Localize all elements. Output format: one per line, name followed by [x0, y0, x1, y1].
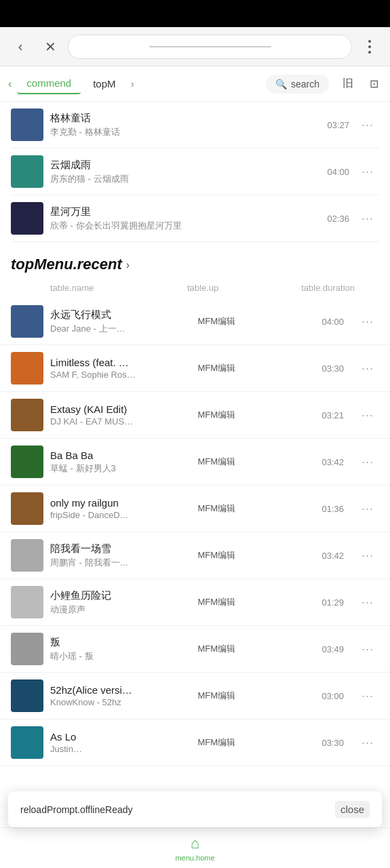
song-duration: 03:27: [327, 120, 349, 130]
song-thumbnail: [11, 352, 43, 384]
tab-bar: ‹ commend topM › 🔍 search 旧 ⊡: [0, 66, 390, 102]
more-options-button[interactable]: ···: [356, 686, 379, 706]
bottom-nav: ⌂ menu.home: [0, 827, 390, 868]
recent-songs-list: 永远飞行模式 Dear Jane - 上一… MFM编辑 04:00 ··· L…: [0, 298, 390, 766]
song-title: 陪我看一场雪: [50, 542, 191, 555]
song-uploader: MFM编辑: [198, 596, 315, 608]
more-options-button[interactable]: ···: [356, 162, 379, 182]
close-button[interactable]: ✕: [38, 35, 62, 59]
song-uploader: MFM编辑: [198, 549, 315, 561]
song-item[interactable]: 格林童话 李克勤 - 格林童话 03:27 ···: [11, 102, 379, 149]
song-thumbnail: [11, 202, 43, 235]
search-button[interactable]: 🔍 search: [266, 75, 329, 94]
more-options-button[interactable]: ···: [356, 499, 379, 519]
song-uploader: MFM编辑: [198, 409, 315, 421]
recent-song-item[interactable]: 小鲤鱼历险记 动漫原声 MFM编辑 01:29 ···: [0, 579, 390, 626]
more-options-button[interactable]: ···: [356, 639, 379, 659]
more-options-button[interactable]: ···: [356, 312, 379, 332]
more-options-button[interactable]: ···: [356, 359, 379, 378]
browser-menu-button[interactable]: [357, 35, 382, 59]
song-info: 52hz(Alice versi… KnowKnow - 52hz: [50, 684, 191, 707]
song-item[interactable]: 云烟成雨 房东的猫 - 云烟成雨 04:00 ···: [11, 149, 379, 195]
search-label: search: [291, 79, 319, 90]
recent-song-item[interactable]: 52hz(Alice versi… KnowKnow - 52hz MFM编辑 …: [0, 673, 390, 719]
song-thumbnail: [11, 586, 43, 618]
song-thumbnail: [11, 492, 43, 525]
more-options-button[interactable]: ···: [356, 452, 379, 472]
table-header-duration: table.duration: [301, 283, 355, 293]
tab-commend[interactable]: commend: [17, 73, 81, 94]
more-options-button[interactable]: ···: [356, 406, 379, 425]
song-thumbnail: [11, 399, 43, 431]
song-info: Ba Ba Ba 草蜢 - 新好男人3: [50, 450, 191, 475]
recent-song-item[interactable]: 陪我看一场雪 周鹏宵 - 陪我看一… MFM编辑 03:42 ···: [0, 532, 390, 579]
song-item[interactable]: 星河万里 欣蒂 - 你会长出羽翼拥抱星河万里 02:36 ···: [11, 195, 379, 242]
song-thumbnail: [11, 446, 43, 478]
more-options-button[interactable]: ···: [356, 209, 379, 229]
section-title-arrow-icon: ›: [126, 259, 130, 271]
recent-song-item[interactable]: Limitless (feat. … SAM F, Sophie Ros… MF…: [0, 345, 390, 392]
dot: [368, 45, 371, 48]
song-artist: KnowKnow - 52hz: [50, 697, 191, 707]
song-duration: 01:36: [321, 504, 344, 514]
recent-song-item[interactable]: Ba Ba Ba 草蜢 - 新好男人3 MFM编辑 03:42 ···: [0, 439, 390, 486]
more-options-button[interactable]: ···: [356, 115, 379, 135]
song-artist: 动漫原声: [50, 604, 191, 616]
tab-forward-arrow: ›: [128, 75, 137, 93]
song-info: Extasy (KAI Edit) DJ KAI - EA7 MUS…: [50, 403, 191, 427]
browser-nav: ‹ ✕: [0, 27, 390, 66]
table-header-up: table.up: [187, 283, 301, 293]
song-info: only my railgun fripSide - DanceD…: [50, 497, 191, 520]
song-uploader: MFM编辑: [198, 315, 315, 328]
dot: [368, 51, 371, 54]
tab-topmenu[interactable]: topM: [83, 74, 125, 94]
song-info: 陪我看一场雪 周鹏宵 - 陪我看一…: [50, 542, 191, 569]
song-duration: 04:00: [327, 167, 349, 177]
song-uploader: MFM编辑: [198, 362, 315, 374]
recent-song-item[interactable]: As Lo Justin… MFM编辑 03:30 ···: [0, 719, 390, 766]
grid-view-button[interactable]: ⊡: [363, 73, 385, 95]
song-thumbnail: [11, 679, 43, 712]
song-thumbnail: [11, 726, 43, 759]
song-title: 云烟成雨: [50, 159, 315, 172]
song-uploader: MFM编辑: [198, 502, 315, 515]
url-bar[interactable]: [68, 35, 352, 59]
song-info: As Lo Justin…: [50, 731, 191, 754]
more-options-button[interactable]: ···: [356, 593, 379, 612]
song-artist: 晴小瑶 - 叛: [50, 650, 191, 663]
song-thumbnail: [11, 633, 43, 665]
song-title: 叛: [50, 636, 191, 649]
song-uploader: MFM编辑: [198, 690, 315, 702]
song-title: As Lo: [50, 731, 191, 743]
song-uploader: MFM编辑: [198, 456, 315, 468]
dot: [368, 40, 371, 43]
song-info: 云烟成雨 房东的猫 - 云烟成雨: [50, 159, 315, 185]
song-thumbnail: [11, 155, 43, 188]
song-duration: 03:49: [321, 644, 344, 654]
more-options-button[interactable]: ···: [356, 546, 379, 566]
more-options-button[interactable]: ···: [356, 733, 379, 753]
song-title: Ba Ba Ba: [50, 450, 191, 461]
home-nav-item[interactable]: ⌂ menu.home: [175, 835, 214, 862]
song-thumbnail: [11, 539, 43, 572]
song-artist: Justin…: [50, 744, 191, 754]
tab-back-arrow[interactable]: ‹: [5, 75, 14, 93]
song-duration: 02:36: [327, 214, 349, 224]
recent-song-item[interactable]: Extasy (KAI Edit) DJ KAI - EA7 MUS… MFM编…: [0, 392, 390, 439]
recent-song-item[interactable]: only my railgun fripSide - DanceD… MFM编辑…: [0, 486, 390, 532]
song-duration: 01:29: [321, 597, 344, 608]
list-view-button[interactable]: 旧: [337, 73, 359, 95]
recent-song-item[interactable]: 叛 晴小瑶 - 叛 MFM编辑 03:49 ···: [0, 626, 390, 673]
offline-banner-close-button[interactable]: close: [335, 801, 370, 818]
song-artist: 欣蒂 - 你会长出羽翼拥抱星河万里: [50, 220, 315, 232]
search-icon: 🔍: [275, 79, 287, 90]
song-info: 小鲤鱼历险记 动漫原声: [50, 589, 191, 616]
song-title: only my railgun: [50, 497, 191, 509]
recent-song-item[interactable]: 永远飞行模式 Dear Jane - 上一… MFM编辑 04:00 ···: [0, 298, 390, 345]
back-button[interactable]: ‹: [8, 35, 33, 59]
offline-banner: reloadPrompt.offlineReady close: [8, 791, 382, 827]
song-thumbnail: [11, 108, 43, 141]
view-icons: 旧 ⊡: [337, 73, 385, 95]
song-duration: 03:21: [321, 410, 344, 420]
home-nav-label: menu.home: [175, 854, 214, 862]
